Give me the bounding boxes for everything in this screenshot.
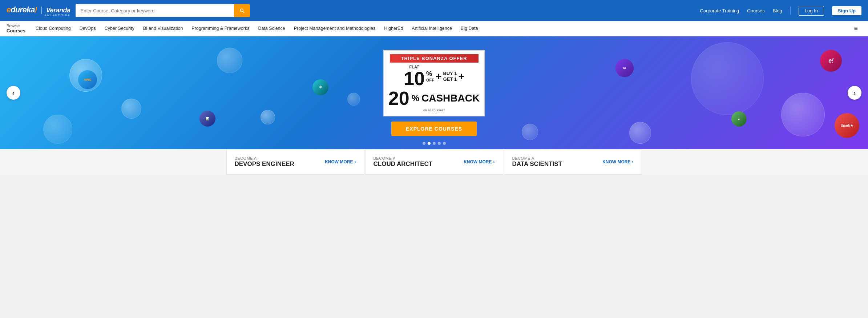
card-data-scientist-title: DATA SCIENTIST: [512, 160, 562, 168]
nav-project-management[interactable]: Project Management and Methodologies: [290, 21, 380, 36]
hero-next-button[interactable]: ›: [848, 86, 861, 100]
card-data-scientist-label: BECOME A: [512, 156, 562, 160]
dot-3[interactable]: [433, 142, 436, 145]
hero-dots: [423, 142, 446, 145]
offer-main-row: FLAT 10 % OFF + BUY 1 GET 1 +: [390, 65, 479, 88]
nav-programming[interactable]: Programming & Frameworks: [187, 21, 254, 36]
logo-divider: |: [40, 5, 45, 14]
card-cloud-title: CLOUD ARCHITECT: [374, 160, 433, 168]
offer-sub: on all courses*: [390, 108, 479, 112]
search-input[interactable]: [76, 4, 234, 17]
ten-percent: 10: [404, 69, 425, 88]
header: edureka! | Veranda ENTERPRISE Corporate …: [0, 0, 868, 21]
explore-courses-button[interactable]: EXPLORE COURSES: [391, 122, 477, 136]
search-bar[interactable]: [76, 4, 250, 17]
cashback-text: CASHBACK: [421, 92, 480, 104]
chevron-left-icon: ‹: [12, 89, 15, 97]
twenty: 20: [388, 89, 409, 108]
card-devops-text: BECOME A DEVOPS ENGINEER: [235, 156, 294, 168]
buy1-get1: BUY 1 GET 1: [443, 71, 457, 82]
nav-big-data[interactable]: Big Data: [456, 21, 483, 36]
exclaim-badge: e!: [820, 50, 842, 72]
hero-banner: AWS 📊 ⚛ ∞ e! Spark★ ● ‹ TRIPLE BONANZA O…: [0, 36, 868, 149]
nav-divider: [790, 7, 791, 15]
search-icon: [239, 8, 245, 13]
header-nav: Corporate Training Courses Blog Log In S…: [700, 6, 861, 16]
card-cloud: BECOME A CLOUD ARCHITECT KNOW MORE ›: [365, 149, 503, 175]
nav-data-science[interactable]: Data Science: [254, 21, 289, 36]
aws-badge: AWS: [78, 70, 97, 89]
offer-title: TRIPLE BONANZA OFFER: [390, 54, 479, 63]
dot-1[interactable]: [423, 142, 425, 145]
dot-4[interactable]: [438, 142, 441, 145]
nav-items: Cloud Computing DevOps Cyber Security BI…: [31, 21, 850, 36]
spark-badge: Spark★: [835, 113, 859, 138]
card-data-scientist-text: BECOME A DATA SCIENTIST: [512, 156, 562, 168]
logo[interactable]: edureka! | Veranda ENTERPRISE: [7, 5, 70, 16]
signup-button[interactable]: Sign Up: [832, 6, 861, 15]
corporate-training-link[interactable]: Corporate Training: [700, 8, 739, 13]
nav-more-button[interactable]: ≡: [850, 25, 861, 32]
search-button[interactable]: [234, 4, 250, 17]
dot-5[interactable]: [443, 142, 446, 145]
nav-cloud-computing[interactable]: Cloud Computing: [31, 21, 75, 36]
nav-devops[interactable]: DevOps: [75, 21, 100, 36]
nav-highered[interactable]: HigherEd: [380, 21, 407, 36]
percent2: %: [412, 93, 419, 103]
dot-2[interactable]: [428, 142, 431, 145]
card-cloud-label: BECOME A: [374, 156, 433, 160]
nav-ai[interactable]: Artificial Intelligence: [407, 21, 456, 36]
card-data-scientist: BECOME A DATA SCIENTIST KNOW MORE ›: [504, 149, 642, 175]
navbar: Browse Courses Cloud Computing DevOps Cy…: [0, 21, 868, 36]
edureka-logo: edureka!: [7, 5, 39, 14]
chevron-right-icon: ›: [853, 89, 856, 97]
card-data-scientist-link[interactable]: KNOW MORE ›: [602, 159, 633, 164]
nav-bi-visualization[interactable]: BI and Visualization: [139, 21, 187, 36]
nav-cyber-security[interactable]: Cyber Security: [100, 21, 139, 36]
courses-link[interactable]: Courses: [747, 8, 764, 13]
offer-card: TRIPLE BONANZA OFFER FLAT 10 % OFF + BUY…: [383, 50, 485, 116]
analytics-badge: 📊: [199, 111, 215, 127]
browse-label: Browse: [7, 24, 25, 28]
courses-label: Courses: [7, 28, 25, 33]
card-devops: BECOME A DEVOPS ENGINEER KNOW MORE ›: [226, 149, 364, 175]
blog-link[interactable]: Blog: [773, 8, 782, 13]
hero-center-content: TRIPLE BONANZA OFFER FLAT 10 % OFF + BUY…: [383, 50, 485, 136]
react-badge: ⚛: [312, 79, 328, 95]
plus-sign-2: +: [458, 71, 464, 82]
plus-sign-1: +: [436, 71, 441, 82]
browse-courses-dropdown[interactable]: Browse Courses: [7, 24, 31, 33]
login-button[interactable]: Log In: [799, 6, 824, 16]
percent-off: % OFF: [426, 70, 434, 82]
card-devops-label: BECOME A: [235, 156, 294, 160]
card-cloud-text: BECOME A CLOUD ARCHITECT: [374, 156, 433, 168]
hero-prev-button[interactable]: ‹: [7, 86, 20, 100]
bottom-cards: BECOME A DEVOPS ENGINEER KNOW MORE › BEC…: [0, 149, 868, 175]
infinity-badge: ∞: [615, 59, 634, 77]
card-devops-link[interactable]: KNOW MORE ›: [325, 159, 356, 164]
card-devops-title: DEVOPS ENGINEER: [235, 160, 294, 168]
green-badge: ●: [731, 111, 747, 127]
cashback-row: 20 % CASHBACK: [390, 89, 479, 108]
card-cloud-link[interactable]: KNOW MORE ›: [464, 159, 494, 164]
